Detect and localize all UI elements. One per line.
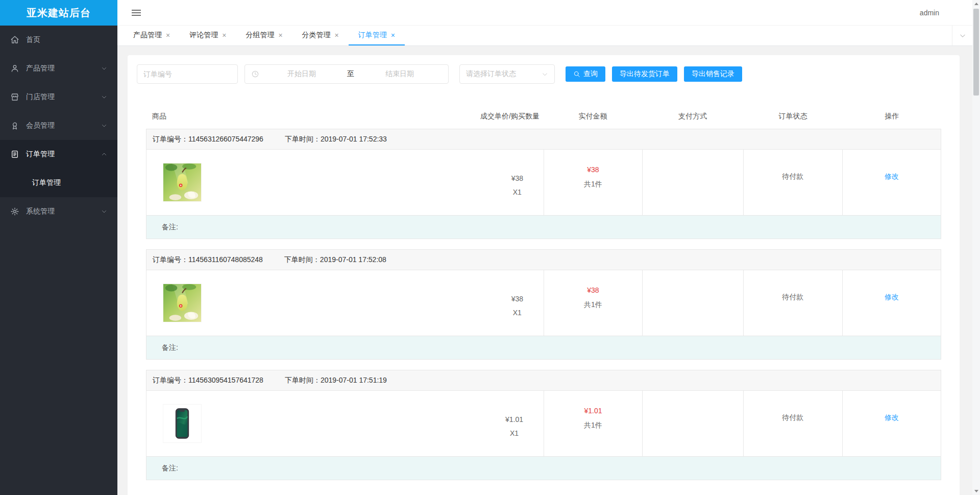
order-remark: 备注: <box>146 456 941 480</box>
tab-overflow-button[interactable] <box>952 26 972 45</box>
sidebar-item-stores[interactable]: 门店管理 <box>0 83 117 111</box>
sidebar-item-label: 订单管理 <box>26 150 55 159</box>
col-paid-amount: 实付金额 <box>544 112 642 121</box>
sidebar-item-products[interactable]: 产品管理 <box>0 54 117 83</box>
order-no-label: 订单编号： <box>153 255 188 264</box>
order-no-label: 订单编号： <box>153 135 188 143</box>
order-time-label: 下单时间： <box>284 255 320 264</box>
chevron-down-icon <box>542 71 548 78</box>
order-status: 待付款 <box>743 391 843 456</box>
order-row: ¥38 X1 ¥38 共1件 待付款 修改 <box>146 150 941 215</box>
pay-method-cell <box>642 270 743 336</box>
order-row: ¥38 X1 ¥38 共1件 待付款 修改 <box>146 270 941 336</box>
orders-table: 商品 成交单价/购买数量 实付金额 支付方式 订单状态 操作 订单编号：1145… <box>146 104 941 480</box>
close-icon[interactable]: × <box>391 31 395 39</box>
date-range-input[interactable]: 开始日期 至 结束日期 <box>244 64 449 84</box>
scroll-down-icon[interactable] <box>972 487 980 495</box>
tab-comments[interactable]: 评论管理 × <box>180 26 236 45</box>
col-order-status: 订单状态 <box>743 112 843 121</box>
chevron-up-icon <box>101 151 107 157</box>
content-area: 开始日期 至 结束日期 请选择订单状态 查询 导出待发货订单 <box>117 46 980 495</box>
member-icon <box>10 121 19 130</box>
sidebar-item-members[interactable]: 会员管理 <box>0 111 117 140</box>
order-time-label: 下单时间： <box>285 135 321 143</box>
order-block: 订单编号：1145630954157641728 下单时间：2019-07-01… <box>146 370 941 480</box>
sidebar-item-system[interactable]: 系统管理 <box>0 197 117 226</box>
paid-amount: ¥38 <box>587 285 599 295</box>
order-status: 待付款 <box>743 150 843 215</box>
tab-categories[interactable]: 分类管理 × <box>292 26 349 45</box>
export-pending-button[interactable]: 导出待发货订单 <box>612 66 677 82</box>
sidebar-item-label: 门店管理 <box>26 92 55 102</box>
scroll-up-icon[interactable] <box>972 0 980 8</box>
order-no-label: 订单编号： <box>153 376 188 384</box>
order-no-value: 1145631266075447296 <box>188 135 263 143</box>
paid-amount-cell: ¥1.01 共1件 <box>544 391 642 456</box>
gear-icon <box>10 207 19 216</box>
product-image-iphone <box>163 404 202 443</box>
order-header: 订单编号：1145631266075447296 下单时间：2019-07-01… <box>146 129 941 150</box>
tab-bar: 产品管理 × 评论管理 × 分组管理 × 分类管理 × 订单管理 × <box>117 26 980 46</box>
tab-label: 评论管理 <box>189 31 218 40</box>
quantity: X1 <box>511 187 523 197</box>
menu-toggle-icon[interactable] <box>132 8 141 17</box>
store-icon <box>10 92 19 102</box>
clock-icon <box>251 70 259 78</box>
pay-method-cell <box>642 391 743 456</box>
unit-price: ¥38 <box>511 294 523 304</box>
page-scrollbar[interactable] <box>972 0 980 495</box>
paid-amount-cell: ¥38 共1件 <box>544 150 642 215</box>
sidebar-item-orders[interactable]: 订单管理 <box>0 140 117 169</box>
sidebar-subitem-label: 订单管理 <box>32 178 61 187</box>
top-header: admin <box>117 0 980 26</box>
order-time-value: 2019-07-01 17:52:33 <box>321 135 387 143</box>
user-icon <box>10 64 19 73</box>
col-actions: 操作 <box>843 112 941 121</box>
close-icon[interactable]: × <box>278 31 282 39</box>
select-placeholder: 请选择订单状态 <box>466 69 542 79</box>
chevron-down-icon <box>101 65 107 72</box>
edit-link[interactable]: 修改 <box>885 413 899 422</box>
sidebar-item-home[interactable]: 首页 <box>0 26 117 54</box>
close-icon[interactable]: × <box>222 31 226 39</box>
scrollbar-thumb[interactable] <box>973 9 979 96</box>
action-cell: 修改 <box>842 391 941 456</box>
tab-groups[interactable]: 分组管理 × <box>236 26 292 45</box>
paid-amount: ¥1.01 <box>584 406 602 416</box>
piece-count: 共1件 <box>584 420 602 430</box>
order-block: 订单编号：1145631160748085248 下单时间：2019-07-01… <box>146 249 941 360</box>
order-block: 订单编号：1145631266075447296 下单时间：2019-07-01… <box>146 129 941 239</box>
sidebar-group-orders: 订单管理 订单管理 <box>0 140 117 197</box>
order-remark: 备注: <box>146 215 941 239</box>
order-time-value: 2019-07-01 17:51:19 <box>321 376 387 384</box>
order-header: 订单编号：1145630954157641728 下单时间：2019-07-01… <box>146 370 941 391</box>
export-sales-button[interactable]: 导出销售记录 <box>684 66 742 82</box>
tab-label: 分组管理 <box>246 31 274 40</box>
chevron-down-icon <box>101 123 107 129</box>
date-separator: 至 <box>344 69 357 79</box>
sidebar-item-label: 系统管理 <box>26 207 55 216</box>
tab-products[interactable]: 产品管理 × <box>124 26 180 45</box>
filter-bar: 开始日期 至 结束日期 请选择订单状态 查询 导出待发货订单 <box>137 64 950 84</box>
sidebar-subitem-orders[interactable]: 订单管理 <box>0 169 117 197</box>
edit-link[interactable]: 修改 <box>885 172 899 181</box>
close-icon[interactable]: × <box>335 31 339 39</box>
user-menu[interactable]: admin <box>920 9 939 17</box>
tab-label: 分类管理 <box>302 31 331 40</box>
paid-amount: ¥38 <box>587 164 599 175</box>
action-cell: 修改 <box>842 150 941 215</box>
sidebar: 亚米建站后台 首页 产品管理 门店管理 <box>0 0 117 495</box>
order-status: 待付款 <box>743 270 843 336</box>
product-image-pear <box>163 163 202 202</box>
close-icon[interactable]: × <box>166 31 170 39</box>
search-icon <box>573 70 580 78</box>
unit-price-cell: ¥1.01 X1 <box>505 409 544 438</box>
search-button[interactable]: 查询 <box>566 66 605 82</box>
piece-count: 共1件 <box>584 179 602 189</box>
order-no-input[interactable] <box>137 64 238 84</box>
tab-orders[interactable]: 订单管理 × <box>349 26 405 45</box>
orders-card: 开始日期 至 结束日期 请选择订单状态 查询 导出待发货订单 <box>128 55 960 495</box>
app-logo: 亚米建站后台 <box>0 0 117 26</box>
edit-link[interactable]: 修改 <box>885 293 899 302</box>
order-status-select[interactable]: 请选择订单状态 <box>459 64 555 84</box>
